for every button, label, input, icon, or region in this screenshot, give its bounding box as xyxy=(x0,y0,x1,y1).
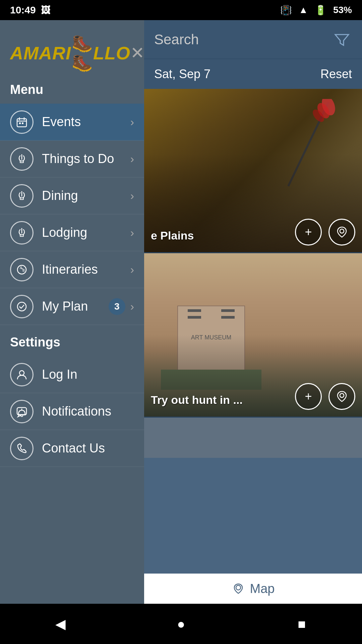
reset-button[interactable]: Reset xyxy=(320,67,352,81)
svg-rect-22 xyxy=(20,198,23,200)
battery-text: 53% xyxy=(333,5,352,15)
logo-area: AMARI 🥾🥾 LLO ✕ xyxy=(0,20,144,79)
back-icon: ◀ xyxy=(55,616,66,632)
contact-us-icon xyxy=(10,437,34,460)
svg-point-28 xyxy=(19,371,24,375)
sidebar-item-log-in[interactable]: Log In xyxy=(0,356,144,393)
card2-label: Try out hunt in ... xyxy=(151,393,243,407)
card1-actions: + xyxy=(295,219,355,246)
add-icon-2: + xyxy=(305,389,312,404)
status-bar: 10:49 🖼 📳 ▲ 🔋 53% xyxy=(0,0,362,20)
home-button[interactable]: ● xyxy=(168,610,194,637)
sidebar-item-things-to-do[interactable]: Things to Do › xyxy=(0,141,144,177)
card1-label: e Plains xyxy=(151,229,194,242)
svg-rect-7 xyxy=(188,309,201,312)
event-card-2[interactable]: ART MUSEUM Try out hunt in ... + xyxy=(144,253,362,418)
sidebar-item-events[interactable]: Events › xyxy=(0,104,144,141)
photo-icon: 🖼 xyxy=(41,5,50,16)
itineraries-icon: A B xyxy=(10,258,34,281)
back-button[interactable]: ◀ xyxy=(47,610,74,637)
sidebar-item-itineraries[interactable]: A B Itineraries › xyxy=(0,251,144,288)
events-label: Events xyxy=(42,115,130,129)
sidebar-item-contact-us[interactable]: Contact Us xyxy=(0,430,144,467)
sidebar-item-dining[interactable]: Dining › xyxy=(0,177,144,214)
svg-rect-10 xyxy=(221,316,235,319)
sidebar-item-lodging[interactable]: Lodging › xyxy=(0,214,144,251)
svg-point-5 xyxy=(340,229,344,233)
map-bar[interactable]: Map xyxy=(144,574,362,604)
filter-button[interactable] xyxy=(332,30,352,50)
my-plan-icon xyxy=(10,295,34,318)
dining-icon xyxy=(10,184,34,208)
my-plan-chevron: › xyxy=(130,300,134,313)
recent-button[interactable]: ■ xyxy=(288,610,315,637)
wifi-icon: ▲ xyxy=(299,5,308,15)
things-to-do-icon xyxy=(10,147,34,171)
card2-location-button[interactable] xyxy=(328,383,355,410)
svg-point-27 xyxy=(17,302,26,311)
svg-marker-0 xyxy=(335,35,349,45)
date-bar: Sat, Sep 7 Reset xyxy=(144,59,362,89)
map-label: Map xyxy=(250,582,275,596)
svg-rect-20 xyxy=(22,122,23,124)
lodging-icon xyxy=(10,221,34,245)
status-left: 10:49 🖼 xyxy=(10,4,50,16)
settings-title: Settings xyxy=(0,325,144,356)
card1-add-button[interactable]: + xyxy=(295,219,322,246)
close-menu-button[interactable]: ✕ xyxy=(130,43,144,63)
search-label[interactable]: Search xyxy=(154,32,199,48)
logo-text-amar: AMARI xyxy=(10,43,71,63)
card-partial xyxy=(144,418,362,458)
event-card-1[interactable]: e Plains + xyxy=(144,89,362,253)
notifications-label: Notifications xyxy=(42,404,134,419)
card2-actions: + xyxy=(295,383,355,410)
menu-panel: AMARI 🥾🥾 LLO ✕ Menu Events › xyxy=(0,20,144,624)
logo-text-llo: LLO xyxy=(93,43,130,63)
things-to-do-chevron: › xyxy=(130,152,134,165)
boots-icon: 🥾🥾 xyxy=(72,34,93,72)
sidebar-item-my-plan[interactable]: My Plan 3 › xyxy=(0,288,144,325)
svg-text:A: A xyxy=(20,266,22,270)
svg-rect-9 xyxy=(221,309,235,312)
home-icon: ● xyxy=(177,616,185,632)
status-time: 10:49 xyxy=(10,4,36,16)
app-logo: AMARI 🥾🥾 LLO xyxy=(10,34,130,72)
svg-point-14 xyxy=(236,585,241,590)
status-right: 📳 ▲ 🔋 53% xyxy=(280,5,352,16)
dining-chevron: › xyxy=(130,189,134,202)
svg-rect-21 xyxy=(20,161,23,163)
things-to-do-label: Things to Do xyxy=(42,152,130,166)
lodging-label: Lodging xyxy=(42,225,130,240)
nav-bar: ◀ ● ■ xyxy=(0,604,362,644)
events-icon xyxy=(10,110,34,134)
recent-icon: ■ xyxy=(298,616,306,632)
main-content-panel: Search Sat, Sep 7 Reset e Plains xyxy=(144,20,362,644)
contact-us-label: Contact Us xyxy=(42,441,134,455)
my-plan-badge: 3 xyxy=(109,298,125,315)
itineraries-chevron: › xyxy=(130,263,134,276)
lodging-chevron: › xyxy=(130,226,134,239)
battery-icon: 🔋 xyxy=(315,5,326,16)
date-display: Sat, Sep 7 xyxy=(154,67,210,81)
itineraries-label: Itineraries xyxy=(42,262,130,277)
menu-title: Menu xyxy=(0,79,144,104)
vibrate-icon: 📳 xyxy=(280,5,292,16)
card2-add-button[interactable]: + xyxy=(295,383,322,410)
log-in-icon xyxy=(10,363,34,386)
search-bar[interactable]: Search xyxy=(144,20,362,59)
svg-rect-19 xyxy=(19,122,21,124)
svg-point-13 xyxy=(340,393,344,397)
svg-rect-23 xyxy=(20,235,23,236)
dining-label: Dining xyxy=(42,189,130,203)
my-plan-label: My Plan xyxy=(42,299,109,314)
card1-location-button[interactable] xyxy=(328,219,355,246)
events-chevron: › xyxy=(130,115,134,128)
add-icon: + xyxy=(305,225,312,239)
sidebar-item-notifications[interactable]: Notifications xyxy=(0,393,144,430)
log-in-label: Log In xyxy=(42,367,134,382)
svg-rect-8 xyxy=(188,316,201,319)
notifications-icon xyxy=(10,400,34,423)
